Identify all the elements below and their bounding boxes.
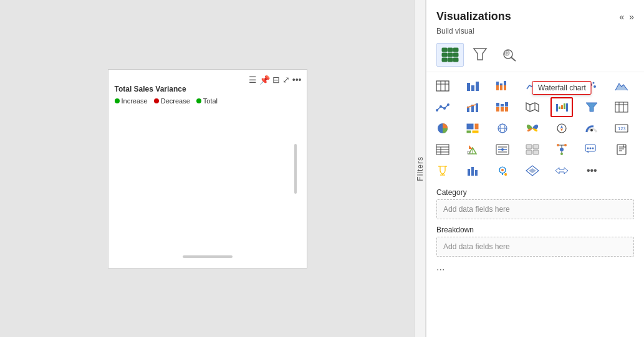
viz-icon-decomp[interactable] (550, 140, 573, 159)
svg-rect-104 (617, 145, 626, 154)
resize-handle-h[interactable] (183, 255, 233, 258)
expand-icon[interactable]: ⤢ (282, 75, 290, 85)
legend-dot-increase (115, 98, 120, 103)
svg-rect-39 (476, 103, 478, 112)
svg-marker-69 (560, 128, 563, 131)
viz-panel: Visualizations « » Build visual (426, 0, 644, 337)
svg-rect-40 (496, 103, 499, 107)
pin-icon[interactable]: 📌 (259, 75, 270, 85)
legend-increase: Increase (115, 97, 148, 105)
build-visual-label: Build visual (426, 26, 644, 40)
viz-icon-waterfall[interactable]: Waterfall chart (550, 97, 573, 117)
viz-icon-compass[interactable] (550, 118, 573, 138)
viz-header: Visualizations « » (426, 0, 644, 26)
category-label: Category (436, 188, 634, 197)
viz-icon-gauge[interactable] (580, 118, 603, 138)
breakdown-section: Breakdown Add data fields here (426, 222, 644, 259)
svg-point-33 (436, 109, 438, 112)
more-fields-label: ... (426, 259, 644, 275)
svg-marker-9 (474, 49, 486, 60)
svg-rect-61 (474, 123, 479, 130)
viz-icon-trophy[interactable] (431, 161, 454, 181)
viz-icon-matrix[interactable] (610, 97, 633, 117)
visual-container[interactable]: ☰ 📌 ⊟ ⤢ ••• Total Sales Variance Increas… (108, 69, 307, 268)
legend-total: Total (196, 97, 218, 105)
legend-decrease: Decrease (154, 97, 190, 105)
legend-dot-decrease (154, 98, 159, 103)
viz-icon-grid2[interactable] (521, 140, 544, 159)
svg-rect-1 (448, 48, 453, 52)
type-btn-grid[interactable] (436, 43, 464, 67)
chevron-right-icon[interactable]: » (629, 12, 634, 22)
filters-label: Filters (416, 156, 425, 181)
visual-title: Total Sales Variance (115, 85, 186, 93)
svg-rect-44 (505, 102, 508, 107)
category-dropzone[interactable]: Add data fields here (436, 199, 634, 219)
viz-icon-mountain[interactable] (610, 76, 633, 96)
filter-icon[interactable]: ⊟ (272, 75, 280, 85)
svg-rect-90 (533, 150, 539, 154)
svg-rect-87 (526, 145, 532, 149)
resize-handle-v[interactable] (294, 144, 297, 194)
viz-icon-bar-chart[interactable] (461, 76, 484, 96)
viz-icon-ribbon[interactable] (491, 97, 514, 117)
svg-rect-55 (615, 102, 628, 112)
viz-icon-treemap[interactable] (461, 118, 484, 138)
viz-icon-azure-map[interactable]: $ (491, 161, 514, 181)
svg-rect-53 (566, 103, 568, 112)
viz-icon-more-icons[interactable]: ••• (580, 161, 603, 181)
canvas-area: ☰ 📌 ⊟ ⤢ ••• Total Sales Variance Increas… (0, 0, 415, 337)
svg-marker-54 (586, 103, 597, 112)
viz-icon-small-bar[interactable] (461, 161, 484, 181)
viz-header-arrows: « » (619, 12, 634, 22)
menu-icon[interactable]: ☰ (249, 75, 257, 85)
viz-icon-butterfly[interactable] (521, 118, 544, 138)
svg-rect-60 (466, 123, 474, 130)
svg-rect-42 (501, 104, 504, 107)
viz-icon-table[interactable] (431, 76, 454, 96)
viz-icon-diamond[interactable] (521, 161, 544, 181)
type-btn-search[interactable] (496, 43, 524, 67)
viz-panel-title: Visualizations (436, 10, 511, 23)
viz-icon-stacked-bar[interactable] (491, 76, 514, 96)
chevron-left-icon[interactable]: « (619, 12, 624, 22)
svg-point-96 (564, 144, 567, 146)
viz-icon-table2[interactable] (431, 140, 454, 159)
viz-icon-filter[interactable] (580, 97, 603, 117)
svg-marker-100 (587, 151, 589, 153)
svg-rect-23 (496, 85, 499, 90)
breakdown-dropzone[interactable]: Add data fields here (436, 237, 634, 257)
svg-rect-112 (468, 169, 470, 176)
viz-icon-card[interactable]: 123 (610, 118, 633, 138)
svg-point-86 (501, 148, 504, 151)
breakdown-label: Breakdown (436, 225, 634, 234)
viz-icon-combo[interactable] (461, 97, 484, 117)
svg-rect-41 (496, 107, 499, 112)
svg-rect-0 (442, 48, 447, 52)
svg-rect-113 (471, 167, 474, 176)
filters-panel: Filters (415, 0, 426, 337)
svg-rect-22 (496, 82, 499, 85)
viz-icon-pie[interactable] (431, 118, 454, 138)
viz-icon-map[interactable] (521, 97, 544, 117)
svg-text:123: 123 (618, 126, 626, 131)
svg-point-36 (447, 103, 449, 106)
svg-marker-120 (529, 168, 536, 173)
svg-rect-63 (472, 130, 479, 133)
svg-point-116 (501, 169, 504, 171)
svg-rect-114 (475, 170, 478, 176)
viz-icon-kpi[interactable] (461, 140, 484, 159)
viz-icon-globe[interactable] (491, 118, 514, 138)
viz-icon-arrows[interactable] (550, 161, 573, 181)
legend-label-increase: Increase (122, 97, 148, 105)
svg-rect-49 (556, 104, 558, 112)
legend-label-total: Total (203, 97, 218, 105)
legend-dot-total (196, 98, 201, 103)
viz-icon-line2[interactable] (431, 97, 454, 117)
more-icon[interactable]: ••• (292, 75, 302, 85)
viz-icon-doc[interactable] (610, 140, 633, 159)
viz-icon-chat[interactable] (580, 140, 603, 159)
svg-rect-7 (448, 58, 453, 62)
type-btn-funnel[interactable] (466, 43, 494, 67)
viz-icon-smart-filter[interactable] (491, 140, 514, 159)
